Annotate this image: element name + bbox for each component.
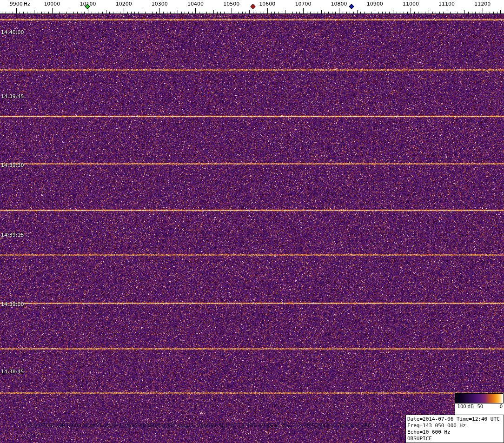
cursor-readout-text: ^t+31	[26, 432, 43, 438]
observation-info-box: Date=2014-07-06 Time=12:40 UTC Freq=143 …	[405, 415, 504, 443]
waterfall-spectrogram-canvas[interactable]	[0, 14, 504, 443]
frequency-marker-layer	[0, 0, 504, 14]
db-label-mid: -50	[476, 404, 483, 409]
db-label-max: 0	[500, 404, 503, 409]
db-colormap-gradient	[455, 393, 504, 403]
info-station: OBSUPICE	[407, 436, 502, 442]
info-echo: Echo=10 600 Hz	[407, 429, 502, 436]
db-scale-labels: -100 dB -50 0	[455, 403, 504, 410]
info-frequency: Freq=143 050 000 Hz	[407, 423, 502, 429]
green-marker-diamond-icon[interactable]	[85, 4, 90, 9]
spectrogram-window: 14:40:0014:39:4514:39:3014:39:1514:39:00…	[0, 0, 504, 443]
db-scale-legend: -100 dB -50 0	[455, 393, 504, 415]
red-marker-diamond-icon[interactable]	[251, 4, 256, 9]
detection-log-text: 20140706123831680 hCnt13 nb-82 f10592 hi…	[26, 423, 371, 429]
db-label-min: -100 dB	[456, 404, 474, 409]
blue-marker-diamond-icon[interactable]	[349, 4, 354, 9]
info-date-time: Date=2014-07-06 Time=12:40 UTC	[407, 416, 502, 423]
